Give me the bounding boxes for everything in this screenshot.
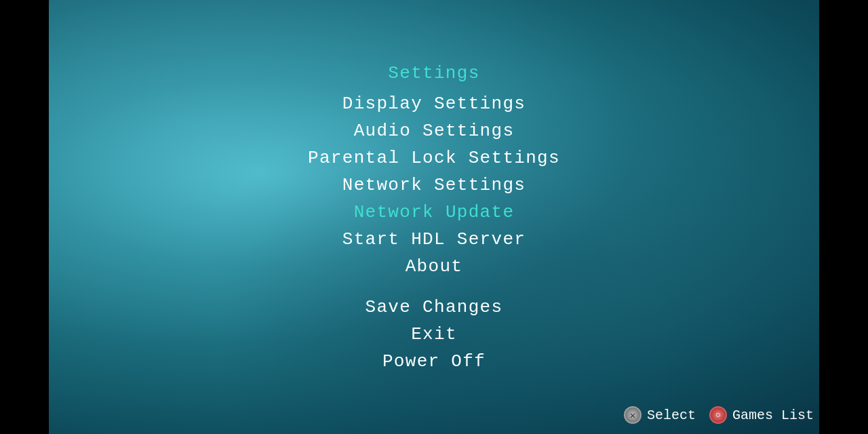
menu-item-network-update[interactable]: Network Update <box>332 199 536 226</box>
menu-item-audio-settings[interactable]: Audio Settings <box>332 117 536 144</box>
menu-item-about[interactable]: About <box>332 253 536 280</box>
menu-item-start-hdl-server[interactable]: Start HDL Server <box>332 226 536 253</box>
bottom-controls: ✕ Select ○ Games List <box>624 406 814 424</box>
circle-icon-symbol: ○ <box>715 410 721 420</box>
select-hint: ✕ Select <box>624 406 696 424</box>
menu-item-network-settings[interactable]: Network Settings <box>332 172 536 199</box>
menu-item-display-settings[interactable]: Display Settings <box>332 90 536 117</box>
games-list-hint: ○ Games List <box>709 406 814 424</box>
select-label: Select <box>647 408 696 423</box>
menu-item-exit[interactable]: Exit <box>332 321 536 348</box>
main-screen: Settings Display Settings Audio Settings… <box>0 0 868 434</box>
x-icon-symbol: ✕ <box>630 410 635 421</box>
menu-item-parental-lock[interactable]: Parental Lock Settings <box>308 144 560 172</box>
menu-item-save-changes[interactable]: Save Changes <box>332 294 536 321</box>
menu-container: Settings Display Settings Audio Settings… <box>308 60 560 375</box>
circle-button-icon: ○ <box>709 406 727 424</box>
games-list-label: Games List <box>732 408 814 423</box>
menu-item-power-off[interactable]: Power Off <box>332 348 536 375</box>
menu-title: Settings <box>332 60 536 87</box>
x-button-icon: ✕ <box>624 406 642 424</box>
